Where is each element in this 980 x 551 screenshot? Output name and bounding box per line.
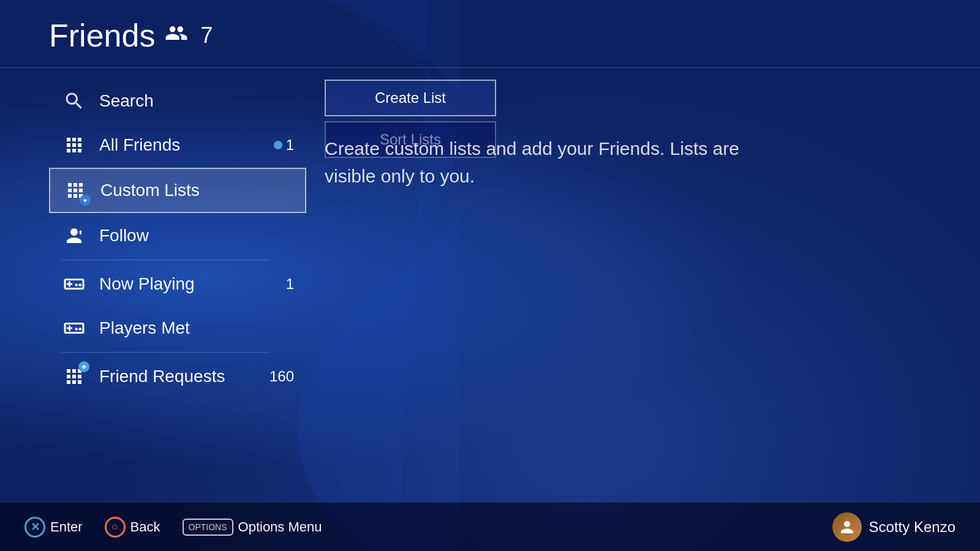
heart-badge: ♥	[80, 195, 91, 206]
friend-requests-badge: 160	[270, 368, 294, 385]
friends-icon	[165, 21, 188, 50]
sidebar-item-players-met-label: Players Met	[99, 318, 190, 338]
back-control: ○ Back	[105, 517, 160, 538]
sidebar-item-all-friends-label: All Friends	[99, 135, 180, 155]
svg-point-0	[75, 283, 78, 287]
sidebar-item-follow-label: Follow	[99, 226, 149, 246]
all-friends-badge: 1	[274, 137, 294, 154]
svg-point-2	[75, 328, 78, 331]
follow-icon	[61, 223, 87, 249]
sidebar-item-now-playing[interactable]: Now Playing 1	[49, 263, 306, 305]
players-met-icon	[61, 315, 87, 341]
bottom-bar: ✕ Enter ○ Back OPTIONS Options Menu Scot…	[0, 502, 980, 551]
sidebar-item-now-playing-label: Now Playing	[99, 274, 195, 294]
enter-control: ✕ Enter	[24, 517, 83, 538]
separator-1	[61, 260, 270, 260]
friend-request-plus: +	[78, 361, 89, 372]
options-button: OPTIONS	[183, 519, 233, 536]
sidebar-item-all-friends[interactable]: All Friends 1	[49, 124, 306, 167]
sidebar-item-friend-requests[interactable]: + Friend Requests 160	[49, 355, 306, 398]
back-label: Back	[130, 519, 160, 535]
options-control: OPTIONS Options Menu	[183, 519, 322, 536]
separator-2	[61, 352, 270, 353]
all-friends-icon	[61, 132, 87, 158]
panel-description: Create custom lists and add your Friends…	[325, 135, 741, 190]
user-name: Scotty Kenzo	[869, 519, 956, 536]
sidebar-item-search[interactable]: Search	[49, 80, 306, 122]
options-label: Options Menu	[238, 519, 322, 535]
enter-label: Enter	[50, 519, 83, 535]
sidebar-item-custom-lists-label: Custom Lists	[100, 181, 200, 200]
sidebar-item-follow[interactable]: Follow	[49, 214, 306, 257]
sidebar-item-friend-requests-label: Friend Requests	[99, 367, 225, 386]
search-icon	[61, 88, 87, 114]
custom-lists-icon: ♥	[62, 178, 88, 203]
now-playing-icon	[61, 271, 87, 297]
user-info: Scotty Kenzo	[832, 512, 956, 542]
avatar	[832, 512, 862, 542]
sidebar-item-search-label: Search	[99, 91, 154, 111]
sidebar-item-players-met[interactable]: Players Met	[49, 307, 306, 350]
bottom-controls: ✕ Enter ○ Back OPTIONS Options Menu	[24, 517, 322, 538]
page-title: Friends	[49, 17, 155, 54]
o-button: ○	[105, 517, 126, 538]
friend-requests-icon: +	[61, 364, 87, 389]
x-button: ✕	[24, 517, 45, 538]
create-list-button[interactable]: Create List	[325, 80, 496, 116]
friend-count: 7	[200, 23, 213, 48]
all-friends-count: 1	[286, 137, 294, 154]
svg-point-1	[79, 283, 82, 287]
navigation-list: Search All Friends 1 ♥ Custom L	[49, 80, 306, 399]
svg-point-3	[79, 328, 82, 331]
now-playing-badge: 1	[286, 276, 294, 293]
sidebar-item-custom-lists[interactable]: ♥ Custom Lists	[49, 168, 306, 213]
